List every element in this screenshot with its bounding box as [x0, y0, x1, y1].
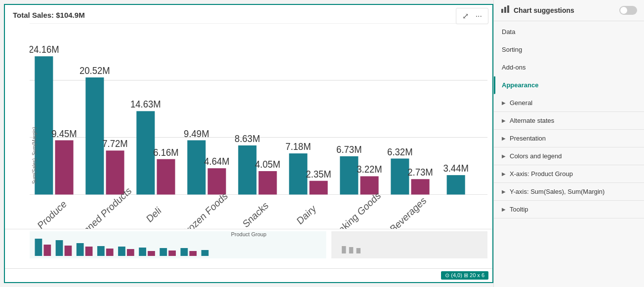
chart-toolbar: ⤢ ···: [456, 8, 488, 24]
section-general: ▶ General: [494, 94, 644, 112]
svg-rect-23: [187, 140, 205, 194]
section-x-axis-header[interactable]: ▶ X-axis: Product Group: [494, 165, 644, 182]
svg-rect-63: [160, 248, 167, 256]
section-alternate-states: ▶ Alternate states: [494, 112, 644, 130]
svg-rect-28: [238, 145, 256, 195]
nav-item-appearance[interactable]: Appearance: [494, 76, 644, 94]
svg-text:9.49M: 9.49M: [184, 127, 209, 139]
section-colors-label: Colors and legend: [510, 152, 562, 160]
chart-suggestions-icon: [501, 5, 510, 16]
section-x-axis-label: X-axis: Product Group: [510, 170, 573, 178]
status-coords: (4,0): [451, 272, 462, 278]
section-tooltip-label: Tooltip: [510, 206, 528, 213]
svg-rect-70: [349, 247, 353, 253]
svg-rect-44: [411, 179, 430, 194]
right-panel: Chart suggestions Data Sorting Add-ons A…: [493, 0, 644, 287]
nav-item-data[interactable]: Data: [494, 23, 644, 41]
svg-rect-61: [139, 248, 146, 256]
svg-rect-57: [97, 246, 105, 256]
chevron-x-axis-icon: ▶: [502, 171, 506, 177]
svg-rect-62: [148, 251, 155, 256]
status-grid-icon: ⊞: [464, 272, 468, 278]
svg-rect-67: [201, 250, 209, 256]
svg-rect-13: [85, 77, 104, 194]
svg-rect-8: [35, 56, 53, 194]
chart-main: Sum(Sales), Sum(Margin) 0 10M 20M 30M 24…: [5, 19, 492, 229]
svg-rect-69: [342, 246, 346, 253]
svg-text:20.52M: 20.52M: [80, 65, 110, 76]
section-tooltip-header[interactable]: ▶ Tooltip: [494, 201, 644, 218]
svg-rect-43: [391, 159, 409, 195]
svg-rect-52: [43, 245, 51, 256]
nav-label-addons: Add-ons: [502, 64, 525, 71]
svg-rect-48: [447, 175, 465, 194]
svg-text:14.63M: 14.63M: [130, 98, 161, 109]
chart-title: Total Sales: $104.9M: [5, 5, 492, 19]
nav-items: Data Sorting Add-ons Appearance ▶ Genera…: [494, 21, 644, 287]
svg-rect-14: [106, 150, 124, 194]
svg-rect-18: [136, 111, 155, 194]
nav-item-addons[interactable]: Add-ons: [494, 59, 644, 76]
status-grid: 20 x 6: [470, 272, 484, 278]
svg-text:6.32M: 6.32M: [387, 146, 413, 157]
svg-text:24.16M: 24.16M: [30, 43, 59, 55]
svg-rect-9: [55, 140, 74, 194]
svg-rect-64: [168, 251, 176, 256]
svg-rect-73: [504, 7, 506, 13]
section-general-label: General: [510, 99, 532, 107]
chart-svg: 0 10M 20M 30M 24.16M 9.45M Produce 20.52…: [30, 23, 487, 229]
svg-rect-54: [65, 246, 72, 256]
nav-item-sorting[interactable]: Sorting: [494, 41, 644, 59]
status-icon: ⊙: [445, 272, 449, 278]
section-presentation: ▶ Presentation: [494, 130, 644, 147]
svg-rect-68: [331, 231, 487, 258]
section-presentation-header[interactable]: ▶ Presentation: [494, 130, 644, 147]
chart-area: ⤢ ··· Total Sales: $104.9M Sum(Sales), S…: [4, 4, 493, 283]
section-colors-legend-header[interactable]: ▶ Colors and legend: [494, 147, 644, 165]
section-x-axis: ▶ X-axis: Product Group: [494, 165, 644, 183]
more-options-button[interactable]: ···: [474, 11, 484, 22]
chevron-presentation-icon: ▶: [502, 136, 506, 141]
svg-text:Beverages: Beverages: [388, 194, 428, 229]
svg-rect-65: [180, 248, 188, 256]
svg-rect-55: [77, 243, 84, 256]
chevron-tooltip-icon: ▶: [502, 207, 506, 212]
svg-text:Deli: Deli: [144, 205, 163, 225]
svg-text:4.05M: 4.05M: [255, 158, 281, 170]
svg-rect-58: [106, 249, 114, 256]
section-tooltip: ▶ Tooltip: [494, 201, 644, 218]
svg-text:Dairy: Dairy: [295, 203, 318, 227]
chevron-general-icon: ▶: [502, 100, 506, 106]
svg-text:7.18M: 7.18M: [285, 141, 311, 152]
svg-text:7.72M: 7.72M: [102, 138, 128, 149]
svg-rect-34: [310, 181, 328, 195]
svg-text:Snacks: Snacks: [241, 199, 270, 229]
expand-button[interactable]: ⤢: [460, 10, 471, 22]
x-axis-label: Product Group: [231, 231, 267, 237]
section-y-axis-header[interactable]: ▶ Y-axis: Sum(Sales), Sum(Margin): [494, 183, 644, 200]
svg-rect-19: [157, 159, 175, 195]
section-alternate-label: Alternate states: [510, 117, 554, 124]
chevron-y-axis-icon: ▶: [502, 189, 506, 194]
svg-rect-71: [357, 248, 361, 253]
svg-text:8.63M: 8.63M: [235, 133, 260, 144]
svg-rect-53: [56, 240, 63, 256]
svg-rect-72: [501, 9, 503, 13]
svg-text:2.35M: 2.35M: [306, 168, 331, 179]
panel-title: Chart suggestions: [514, 6, 615, 14]
chart-suggestions-toggle[interactable]: [619, 6, 637, 15]
svg-text:Produce: Produce: [36, 198, 68, 229]
svg-rect-50: [30, 231, 326, 258]
status-bar: ⊙ (4,0) ⊞ 20 x 6: [5, 268, 492, 282]
svg-text:3.44M: 3.44M: [443, 162, 469, 174]
svg-rect-60: [127, 249, 134, 256]
section-alternate-states-header[interactable]: ▶ Alternate states: [494, 112, 644, 129]
section-y-axis: ▶ Y-axis: Sum(Sales), Sum(Margin): [494, 183, 644, 201]
svg-text:6.16M: 6.16M: [153, 146, 179, 158]
svg-rect-56: [85, 247, 93, 256]
panel-header: Chart suggestions: [494, 0, 644, 21]
svg-text:6.73M: 6.73M: [336, 144, 362, 155]
section-general-header[interactable]: ▶ General: [494, 94, 644, 111]
svg-text:9.45M: 9.45M: [51, 127, 77, 139]
svg-text:Baking Goods: Baking Goods: [332, 189, 383, 229]
